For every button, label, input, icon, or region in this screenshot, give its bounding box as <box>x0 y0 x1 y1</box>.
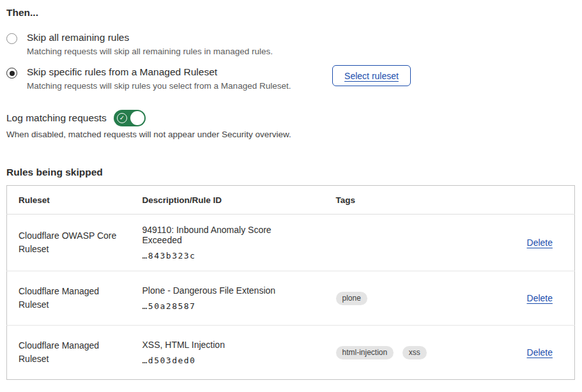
delete-link[interactable]: Delete <box>527 237 553 248</box>
then-section-title: Then... <box>6 7 38 19</box>
option-skip-all-label[interactable]: Skip all remaining rules <box>27 32 273 43</box>
log-matching-requests-label: Log matching requests <box>6 112 107 124</box>
column-header-tags: Tags <box>325 186 505 215</box>
delete-link[interactable]: Delete <box>527 293 553 303</box>
rule-id: …50a28587 <box>142 301 313 311</box>
rule-id: …d503ded0 <box>142 356 313 365</box>
table-header-row: Ruleset Description/Rule ID Tags <box>7 186 575 215</box>
tag-pill: xss <box>402 346 427 359</box>
check-icon: ✓ <box>117 113 127 123</box>
rules-being-skipped-title: Rules being skipped <box>6 167 103 178</box>
ruleset-cell: Cloudflare Managed Ruleset <box>7 326 131 380</box>
option-skip-all-description: Matching requests will skip all remainin… <box>27 47 273 56</box>
tag-pill: plone <box>336 292 367 305</box>
log-matching-requests-toggle[interactable]: ✓ <box>114 110 146 126</box>
tags-cell <box>325 215 505 271</box>
description-cell: 949110: Inbound Anomaly Score Exceeded …… <box>131 215 325 271</box>
action-cell: Delete <box>505 215 575 271</box>
option-skip-all-remaining-rules[interactable]: Skip all remaining rules Matching reques… <box>6 32 273 56</box>
column-header-ruleset: Ruleset <box>7 186 131 215</box>
radio-skip-all-unselected[interactable] <box>6 33 17 44</box>
rule-description: Plone - Dangerous File Extension <box>142 285 313 296</box>
description-cell: Plone - Dangerous File Extension …50a285… <box>131 271 325 326</box>
tags-cell: plone <box>325 271 505 326</box>
table-row: Cloudflare Managed Ruleset Plone - Dange… <box>7 271 575 326</box>
action-cell: Delete <box>505 271 575 326</box>
ruleset-cell: Cloudflare Managed Ruleset <box>7 271 131 326</box>
log-toggle-description: When disabled, matched requests will not… <box>6 130 291 139</box>
tags-cell: html-injection xss <box>325 326 505 380</box>
delete-link[interactable]: Delete <box>527 347 553 358</box>
option-skip-specific-label[interactable]: Skip specific rules from a Managed Rules… <box>27 66 291 78</box>
toggle-knob <box>130 111 144 125</box>
ruleset-cell: Cloudflare OWASP Core Ruleset <box>7 215 131 271</box>
select-ruleset-button-label: Select ruleset <box>344 71 399 81</box>
tag-pill: html-injection <box>336 346 394 359</box>
action-cell: Delete <box>505 326 575 380</box>
radio-skip-specific-selected[interactable] <box>6 68 17 79</box>
option-skip-specific-description: Matching requests will skip rules you se… <box>27 81 291 91</box>
rule-description: XSS, HTML Injection <box>142 340 313 350</box>
table-row: Cloudflare OWASP Core Ruleset 949110: In… <box>7 215 575 271</box>
description-cell: XSS, HTML Injection …d503ded0 <box>131 326 325 380</box>
option-skip-specific-rules[interactable]: Skip specific rules from a Managed Rules… <box>6 66 291 91</box>
table-row: Cloudflare Managed Ruleset XSS, HTML Inj… <box>7 326 575 380</box>
skipped-rules-table: Ruleset Description/Rule ID Tags Cloudfl… <box>6 185 575 380</box>
rule-id: …843b323c <box>142 251 313 260</box>
column-header-description: Description/Rule ID <box>131 186 325 215</box>
select-ruleset-button[interactable]: Select ruleset <box>332 65 411 86</box>
rule-description: 949110: Inbound Anomaly Score Exceeded <box>142 225 313 245</box>
column-header-action <box>505 186 575 215</box>
